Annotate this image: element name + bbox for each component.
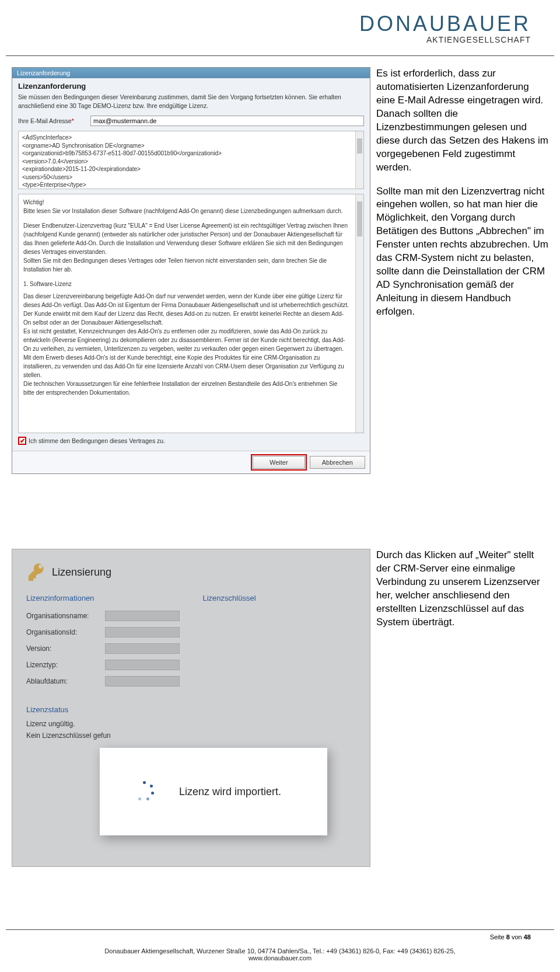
section-licensing: Lizensierung Lizenzinformationen Organis… [12, 549, 548, 867]
footer-rule [6, 929, 554, 930]
section-license-request: Lizenzanforderung Lizenzanforderung Sie … [12, 67, 548, 474]
cancel-button[interactable]: Abbrechen [310, 456, 365, 469]
input-expiry[interactable] [105, 676, 180, 687]
continue-button[interactable]: Weiter [253, 456, 305, 469]
status-text-2: Kein Lizenzschlüssel gefun [26, 731, 356, 740]
email-label: Ihre E-Mail Adresse* [18, 117, 87, 124]
col2-head: Lizenzschlüssel [203, 594, 356, 602]
key-icon [26, 562, 46, 582]
agree-checkbox[interactable]: ✔ [18, 437, 26, 445]
agree-row: ✔ Ich stimme den Bedingungen dieses Vert… [18, 437, 364, 445]
input-orgname[interactable] [105, 611, 180, 621]
licensing-panel: Lizensierung Lizenzinformationen Organis… [12, 549, 370, 867]
brand-header: DONAUBAUER AKTIENGESELLSCHAFT [359, 12, 531, 44]
modal-text: Lizenz wird importiert. [179, 786, 281, 798]
header-rule [6, 55, 554, 56]
licensing-title: Lizensierung [52, 566, 111, 579]
side-text-2: Durch das Klicken auf „Weiter" stellt de… [376, 549, 548, 867]
spinner-icon [134, 781, 155, 802]
input-lictype[interactable] [105, 660, 180, 670]
eula-scrollbar[interactable] [355, 194, 363, 433]
license-request-dialog: Lizenzanforderung Lizenzanforderung Sie … [12, 67, 370, 474]
dialog-heading: Lizenzanforderung [18, 82, 364, 90]
dialog-button-row: Weiter Abbrechen [12, 451, 370, 473]
dialog-titlebar: Lizenzanforderung [12, 68, 370, 78]
brand-name: DONAUBAUER [359, 12, 531, 36]
footer-text: Donaubauer Aktiengesellschaft, Wurzener … [12, 947, 548, 961]
dialog-description: Sie müssen den Bedingungen dieser Verein… [18, 93, 364, 110]
label-orgid: OrganisationsId: [26, 628, 105, 636]
agree-label: Ich stimme den Bedingungen dieses Vertra… [29, 437, 165, 444]
brand-sub: AKTIENGESELLSCHAFT [359, 35, 531, 44]
import-modal: Lizenz wird importiert. [100, 748, 327, 835]
status-text-1: Lizenz ungültig. [26, 720, 356, 728]
xml-config-box: <AdSyncInterface> <orgname>AD Synchronis… [18, 131, 364, 189]
label-orgname: Organisationsname: [26, 612, 105, 620]
label-lictype: Lizenztyp: [26, 661, 105, 669]
xml-scrollbar[interactable] [355, 131, 363, 189]
input-orgid[interactable] [105, 627, 180, 637]
status-head: Lizenzstatus [26, 705, 356, 714]
label-expiry: Ablaufdatum: [26, 677, 105, 685]
email-input[interactable] [90, 116, 364, 126]
input-version[interactable] [105, 643, 180, 654]
label-version: Version: [26, 644, 105, 653]
page-count: Seite 8 von 48 [490, 933, 531, 940]
eula-textbox: Wichtig! Bitte lesen Sie vor Installatio… [18, 194, 364, 433]
col1-head: Lizenzinformationen [26, 594, 180, 602]
side-text-1: Es ist erforderlich, dass zur automatisi… [376, 67, 548, 474]
email-row: Ihre E-Mail Adresse* [18, 116, 364, 126]
